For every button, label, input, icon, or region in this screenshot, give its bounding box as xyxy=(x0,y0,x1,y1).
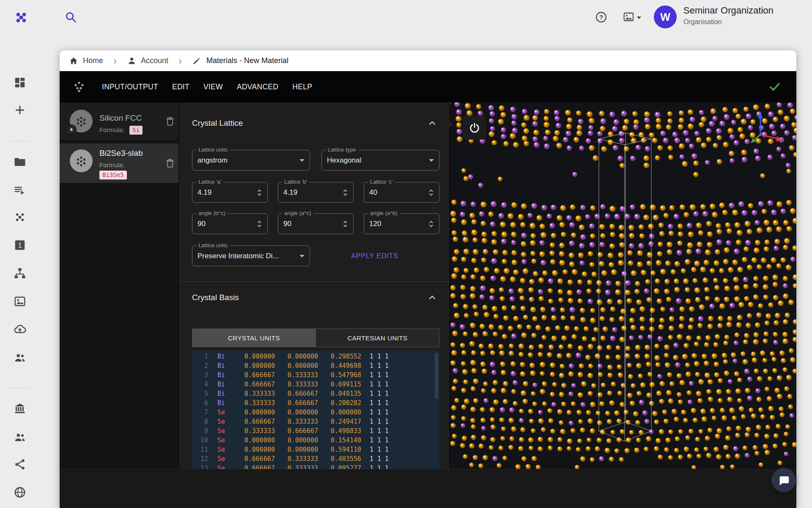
globe-icon[interactable] xyxy=(14,486,26,499)
stepper-icon[interactable] xyxy=(428,188,434,197)
angle-ab-input[interactable]: angle (a^b) 120 xyxy=(364,213,439,234)
crystal-editor-panel: Crystal Lattice Lattice units angstrom L… xyxy=(178,102,450,469)
avatar[interactable]: W xyxy=(654,6,677,28)
apply-edits-button[interactable]: APPLY EDITS xyxy=(351,252,398,260)
basis-row: 10Se0.0000000.0000000.1541401 1 1 xyxy=(195,436,439,445)
stepper-icon[interactable] xyxy=(257,188,262,197)
designer-logo-icon xyxy=(72,80,86,94)
menu-help[interactable]: HELP xyxy=(292,83,312,91)
field-label: Lattice units xyxy=(196,242,230,248)
lock-badge-icon xyxy=(66,124,77,135)
app-logo-icon[interactable] xyxy=(14,10,28,24)
field-label: Lattice 'b' xyxy=(282,179,309,185)
search-icon[interactable] xyxy=(64,11,77,23)
lattice-b-input[interactable]: Lattice 'b' 4.19 xyxy=(278,182,354,203)
tab-crystal-units[interactable]: CRYSTAL UNITS xyxy=(192,329,316,347)
3d-viewport[interactable] xyxy=(450,102,796,469)
lattice-type-select[interactable]: Lattice type Hexagonal xyxy=(321,150,439,171)
workflow-icon[interactable] xyxy=(14,267,26,280)
stepper-icon[interactable] xyxy=(257,220,262,228)
material-atom-icon xyxy=(70,149,93,172)
bank-icon[interactable] xyxy=(14,402,26,415)
share-icon[interactable] xyxy=(14,458,26,471)
field-label: angle (a^c) xyxy=(282,210,313,216)
chat-icon xyxy=(778,474,790,486)
home-icon[interactable] xyxy=(69,56,79,66)
field-value: 40 xyxy=(369,188,428,197)
basis-row: 4Bi0.6666670.3333330.6991151 1 1 xyxy=(195,380,439,389)
delete-icon[interactable] xyxy=(165,157,176,168)
breadcrumb: Home › Account › Materials - New Materia… xyxy=(60,50,796,71)
field-value: angstrom xyxy=(198,156,297,165)
material-name: Silicon FCC xyxy=(99,113,142,123)
field-value: Hexagonal xyxy=(327,156,426,165)
designer-menubar: INPUT/OUTPUT EDIT VIEW ADVANCED HELP xyxy=(60,71,796,102)
power-button[interactable] xyxy=(463,116,486,140)
stepper-icon[interactable] xyxy=(343,220,348,228)
svg-text:?: ? xyxy=(599,14,603,21)
field-value: Preserve Interatomic Di... xyxy=(198,252,297,260)
materials-designer-window: Home › Account › Materials - New Materia… xyxy=(60,50,796,508)
lattice-c-input[interactable]: Lattice 'c' 40 xyxy=(364,182,439,203)
material-item-silicon[interactable]: Silicon FCC Formula: Si xyxy=(60,102,178,140)
menu-advanced[interactable]: ADVANCED xyxy=(237,83,278,91)
breadcrumb-account[interactable]: Account xyxy=(141,56,168,65)
folder-icon[interactable] xyxy=(14,155,26,168)
org-role: Organisation xyxy=(683,18,722,26)
team-icon[interactable] xyxy=(14,431,26,443)
playlist-icon[interactable] xyxy=(14,184,26,197)
field-value: 90 xyxy=(198,220,257,228)
help-icon[interactable]: ? xyxy=(595,11,607,23)
success-check-icon[interactable] xyxy=(768,80,781,93)
add-icon[interactable] xyxy=(14,104,26,116)
chat-launcher-button[interactable] xyxy=(771,468,796,492)
angle-ac-input[interactable]: angle (a^c) 90 xyxy=(278,213,354,234)
dashboard-icon[interactable] xyxy=(14,76,26,89)
org-name: Seminar Organization xyxy=(683,5,774,16)
material-formula-label: Formula: Si xyxy=(99,126,143,135)
collapse-chevron-icon[interactable] xyxy=(427,118,438,129)
material-formula-label: Formula: xyxy=(99,161,124,168)
menu-edit[interactable]: EDIT xyxy=(172,83,189,91)
basis-editor-rows: 1Bi0.0000000.0000000.2985521 1 12Bi0.000… xyxy=(195,352,439,469)
chevron-down-icon[interactable] xyxy=(637,17,641,19)
basis-row: 12Se0.6666670.3333330.4035561 1 1 xyxy=(195,454,439,464)
preserve-distances-select[interactable]: Lattice units Preserve Interatomic Di... xyxy=(192,246,310,266)
one-box-icon[interactable]: 1 xyxy=(14,239,26,251)
chevron-down-icon xyxy=(429,159,434,162)
menu-input-output[interactable]: INPUT/OUTPUT xyxy=(102,83,158,91)
basis-row: 11Se0.0000000.0000000.5941101 1 1 xyxy=(195,445,439,454)
cloud-upload-icon[interactable] xyxy=(14,323,26,336)
left-sidebar: 1 xyxy=(0,34,40,508)
account-icon[interactable] xyxy=(127,56,137,66)
lattice-units-select[interactable]: Lattice units angstrom xyxy=(192,150,310,171)
delete-icon[interactable] xyxy=(165,116,176,127)
lattice-a-input[interactable]: Lattice 'a' 4.19 xyxy=(192,182,268,203)
field-label: angle (a^b) xyxy=(368,210,400,216)
angle-bc-input[interactable]: angle (b^c) 90 xyxy=(192,213,268,234)
chevron-down-icon xyxy=(299,159,304,162)
materials-list-panel: Silicon FCC Formula: Si Bi2Se3- xyxy=(60,102,178,469)
menu-view[interactable]: VIEW xyxy=(203,83,223,91)
material-item-bi2se3[interactable]: Bi2Se3-slab Formula: Bi3Se5 xyxy=(60,144,178,183)
collapse-chevron-icon[interactable] xyxy=(427,292,438,303)
bottom-status-bar xyxy=(60,469,796,508)
breadcrumb-home[interactable]: Home xyxy=(83,56,103,65)
image-icon[interactable] xyxy=(14,295,26,308)
field-value: 120 xyxy=(369,220,428,228)
sidebar-divider xyxy=(11,388,29,388)
stepper-icon[interactable] xyxy=(343,188,348,197)
basis-editor[interactable]: 1Bi0.0000000.0000000.2985521 1 12Bi0.000… xyxy=(192,351,439,469)
field-label: Lattice 'a' xyxy=(196,179,223,185)
axes-gizmo-icon xyxy=(736,108,787,151)
tab-cartesian-units[interactable]: CARTESIAN UNITS xyxy=(316,329,439,347)
media-menu-icon[interactable] xyxy=(623,12,635,22)
section-title-lattice: Crystal Lattice xyxy=(192,119,243,128)
edit-pencil-icon xyxy=(192,56,201,66)
stepper-icon[interactable] xyxy=(428,220,434,228)
section-divider xyxy=(179,282,450,282)
power-icon xyxy=(469,122,480,134)
atoms-icon[interactable] xyxy=(14,211,26,224)
people-icon[interactable] xyxy=(14,351,26,364)
chevron-right-icon: › xyxy=(113,57,117,65)
